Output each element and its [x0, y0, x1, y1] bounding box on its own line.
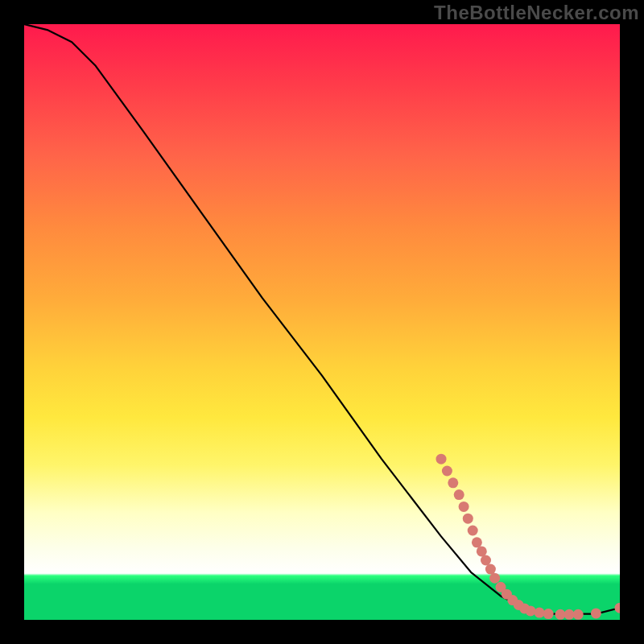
- scatter-dot: [459, 502, 469, 512]
- scatter-dot: [454, 489, 464, 500]
- scatter-dot: [555, 609, 566, 620]
- scatter-dot: [564, 609, 575, 620]
- scatter-dot: [477, 546, 487, 556]
- scatter-dot: [615, 603, 621, 613]
- scatter-dot: [442, 466, 452, 477]
- scatter-points: [436, 454, 621, 620]
- scatter-dot: [472, 537, 482, 547]
- scatter-dot: [448, 477, 458, 488]
- chart-frame: TheBottleNecker.com: [0, 0, 644, 644]
- scatter-dot: [591, 608, 601, 618]
- scatter-dot: [463, 514, 473, 524]
- curve-layer: [24, 24, 620, 620]
- plot-area: [24, 24, 620, 620]
- main-curve: [24, 24, 620, 614]
- scatter-dot: [573, 609, 584, 620]
- scatter-dot: [481, 555, 491, 566]
- scatter-dot: [489, 573, 500, 584]
- scatter-dot: [485, 564, 496, 575]
- scatter-dot: [468, 526, 478, 536]
- scatter-dot: [436, 454, 447, 464]
- scatter-dot: [543, 609, 554, 619]
- scatter-dot: [526, 605, 536, 616]
- scatter-dot: [535, 608, 545, 618]
- watermark-text: TheBottleNecker.com: [434, 2, 639, 24]
